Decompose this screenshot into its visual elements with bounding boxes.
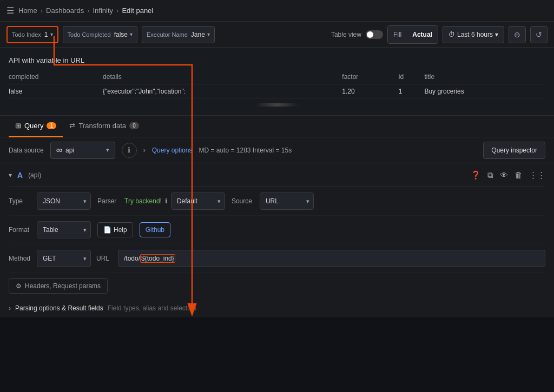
todo-index-chevron-icon: ▾ bbox=[50, 31, 53, 37]
query-options-meta: MD = auto = 1283 Interval = 15s bbox=[199, 147, 292, 154]
datasource-info-button[interactable]: ℹ bbox=[122, 143, 137, 158]
executor-name-value: Jane bbox=[191, 31, 205, 38]
settings-icon: ⚙ bbox=[16, 282, 22, 290]
source-select-wrapper: URL bbox=[260, 192, 314, 210]
todo-completed-value: false bbox=[114, 31, 128, 38]
query-block-header: ▾ A (api) ❓ ⧉ 👁 🗑 ⋮⋮ bbox=[9, 163, 545, 187]
github-button-label: Github bbox=[146, 226, 164, 234]
todo-index-label: Todo Index bbox=[12, 31, 41, 38]
type-field: Type JSON bbox=[9, 192, 91, 210]
executor-name-pill[interactable]: Executor Name Jane ▾ bbox=[142, 26, 215, 43]
try-backend-link[interactable]: Try backend! bbox=[124, 197, 162, 205]
tab-transform-badge: 0 bbox=[129, 122, 139, 129]
query-delete-icon[interactable]: 🗑 bbox=[515, 170, 523, 180]
query-drag-icon[interactable]: ⋮⋮ bbox=[529, 170, 545, 180]
query-tabs: ⊞ Query 1 ⇄ Transform data 0 bbox=[0, 116, 554, 137]
query-visibility-icon[interactable]: 👁 bbox=[500, 170, 508, 180]
cell-title: Buy groceries bbox=[424, 84, 545, 99]
fill-actual-group: Fill Actual bbox=[387, 25, 438, 44]
parsing-label: Parsing options & Result fields bbox=[15, 304, 103, 312]
col-id: id bbox=[399, 71, 425, 84]
method-label: Method bbox=[9, 255, 32, 262]
url-label: URL bbox=[96, 255, 113, 262]
method-url-row: Method GET URL /todo/${todo_ind} bbox=[9, 244, 545, 273]
fill-button[interactable]: Fill bbox=[388, 26, 407, 43]
breadcrumb: Home › Dashboards › Infinity › Edit pane… bbox=[18, 6, 153, 15]
top-nav: ☰ Home › Dashboards › Infinity › Edit pa… bbox=[0, 0, 554, 22]
table-view-toggle[interactable] bbox=[366, 30, 383, 39]
query-inspector-button[interactable]: Query inspector bbox=[483, 142, 545, 159]
table-view-toggle-group: Table view bbox=[331, 30, 383, 39]
parser-select-wrapper: Default bbox=[171, 192, 225, 210]
table-view-label: Table view bbox=[331, 31, 361, 38]
parser-select[interactable]: Default bbox=[171, 192, 225, 210]
help-doc-icon: 📄 bbox=[103, 226, 111, 234]
query-help-icon[interactable]: ❓ bbox=[471, 170, 481, 180]
format-help-row: Format Table 📄 Help Github bbox=[9, 216, 545, 244]
time-range-picker[interactable]: ⏱ Last 6 hours ▾ bbox=[443, 26, 504, 43]
breadcrumb-home[interactable]: Home bbox=[18, 6, 37, 15]
query-options-label: Query options bbox=[152, 147, 193, 154]
parser-label: Parser bbox=[97, 197, 121, 205]
help-button-label: Help bbox=[114, 226, 127, 234]
source-select[interactable]: URL bbox=[260, 192, 314, 210]
hamburger-icon[interactable]: ☰ bbox=[6, 5, 14, 16]
format-select-wrapper: Table bbox=[37, 221, 91, 238]
type-parser-source-row: Type JSON Parser Try backend! ℹ Default … bbox=[9, 187, 545, 216]
datasource-name: api bbox=[65, 147, 74, 154]
help-button[interactable]: 📄 Help bbox=[97, 222, 133, 237]
tab-transform-label: Transform data bbox=[78, 122, 126, 130]
method-select-wrapper: GET bbox=[37, 250, 91, 267]
query-ds-name: (api) bbox=[28, 171, 41, 179]
method-select[interactable]: GET bbox=[37, 250, 91, 267]
panel-title: API with variable in URL bbox=[9, 56, 545, 64]
table-row: false {"executor":"John","location": 1.2… bbox=[9, 84, 545, 99]
todo-index-value: 1 bbox=[44, 31, 48, 38]
headers-request-params-button[interactable]: ⚙ Headers, Request params bbox=[9, 278, 108, 294]
method-field: Method GET bbox=[9, 250, 91, 267]
time-picker-chevron-icon: ▾ bbox=[495, 31, 498, 38]
actual-button[interactable]: Actual bbox=[407, 26, 438, 43]
query-id: A bbox=[17, 171, 23, 180]
todo-index-pill[interactable]: Todo Index 1 ▾ bbox=[6, 26, 58, 43]
breadcrumb-sep-3: › bbox=[116, 6, 118, 15]
type-select-wrapper: JSON bbox=[37, 192, 91, 210]
tab-query-badge: 1 bbox=[47, 122, 56, 129]
datasource-select[interactable]: ∞ api ▾ bbox=[50, 142, 115, 159]
col-completed: completed bbox=[9, 71, 103, 84]
url-input-box[interactable]: /todo/${todo_ind} bbox=[118, 250, 545, 267]
query-duplicate-icon[interactable]: ⧉ bbox=[487, 170, 493, 180]
query-icon: ⊞ bbox=[15, 122, 21, 130]
url-variable: ${todo_ind} bbox=[140, 254, 175, 263]
breadcrumb-infinity[interactable]: Infinity bbox=[93, 6, 113, 15]
col-factor: factor bbox=[342, 71, 398, 84]
zoom-out-button[interactable]: ⊖ bbox=[509, 26, 526, 43]
parser-info-icon[interactable]: ℹ bbox=[165, 197, 168, 205]
query-block: ▾ A (api) ❓ ⧉ 👁 🗑 ⋮⋮ Type JSON Parser Tr… bbox=[0, 163, 554, 317]
breadcrumb-sep-1: › bbox=[41, 6, 43, 15]
cell-completed: false bbox=[9, 84, 103, 99]
tab-transform[interactable]: ⇄ Transform data 0 bbox=[63, 116, 146, 137]
collapse-button[interactable]: ▾ bbox=[9, 171, 12, 179]
tab-query-label: Query bbox=[24, 122, 43, 130]
cell-details: {"executor":"John","location": bbox=[103, 84, 342, 99]
github-button[interactable]: Github bbox=[140, 222, 170, 237]
query-block-actions: ❓ ⧉ 👁 🗑 ⋮⋮ bbox=[471, 170, 545, 180]
breadcrumb-dashboards[interactable]: Dashboards bbox=[46, 6, 84, 15]
parsing-meta: Field types, alias and selectors bbox=[108, 304, 196, 312]
type-select[interactable]: JSON bbox=[37, 192, 91, 210]
parsing-options-row[interactable]: › Parsing options & Result fields Field … bbox=[9, 299, 545, 317]
horizontal-scrollbar[interactable] bbox=[223, 103, 331, 107]
todo-completed-label: Todo Completed bbox=[68, 31, 111, 38]
tab-query[interactable]: ⊞ Query 1 bbox=[9, 116, 63, 137]
infinity-icon: ∞ bbox=[56, 145, 62, 155]
todo-completed-pill[interactable]: Todo Completed false ▾ bbox=[63, 26, 137, 43]
type-label: Type bbox=[9, 197, 32, 205]
format-select[interactable]: Table bbox=[37, 221, 91, 238]
time-range-label: Last 6 hours bbox=[457, 31, 493, 38]
parsing-expand-icon: › bbox=[9, 304, 11, 312]
query-options-link[interactable]: Query options bbox=[152, 147, 193, 154]
refresh-button[interactable]: ↺ bbox=[530, 26, 548, 43]
data-table: completed details factor id title false … bbox=[9, 71, 545, 99]
col-details: details bbox=[103, 71, 342, 84]
